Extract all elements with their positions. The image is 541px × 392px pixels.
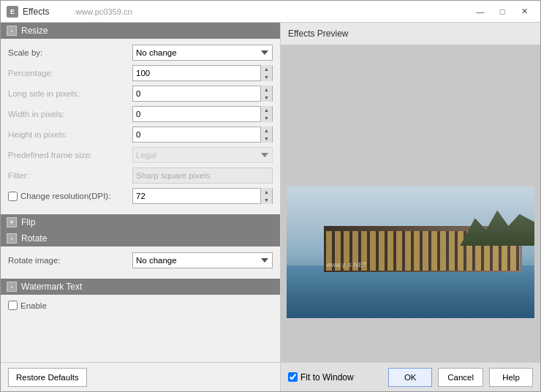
rotate-image-select[interactable]: No change [132,252,273,268]
height-spinner-buttons: ▲ ▼ [260,127,272,143]
resolution-row: Change resolution(DPI): ▲ ▼ [8,188,273,204]
percentage-control: ▲ ▼ [132,65,273,81]
resize-section-header[interactable]: - Resize [1,23,280,39]
long-side-spinner-buttons: ▲ ▼ [260,86,272,102]
filter-control: Sharp square pixels [132,167,273,184]
resolution-control: ▲ ▼ [132,188,273,204]
resolution-down-btn[interactable]: ▼ [260,196,272,204]
height-control: ▲ ▼ [132,127,273,143]
resolution-checkbox[interactable] [8,192,18,201]
fit-to-window-wrap: Fit to Window [288,372,354,382]
left-bottom-bar: Restore Defaults [1,362,280,391]
rotate-image-control: No change [132,252,273,268]
predefined-select[interactable]: Legal [132,147,273,163]
height-label: Height in pixels: [8,130,132,139]
title-bar-left: E Effects www.pc0359.cn [7,6,132,18]
fit-to-window-checkbox[interactable] [288,372,298,382]
effects-window: E Effects www.pc0359.cn — □ ✕ - Resize [0,0,541,392]
long-side-spinner: ▲ ▼ [132,86,273,102]
resize-section-label: Resize [21,26,48,36]
resolution-label: Change resolution(DPI): [20,192,110,200]
watermark-section-body: Enable [1,295,280,320]
percentage-row: Percentage: ▲ ▼ [8,65,273,81]
width-label: Width in pixels: [8,110,132,118]
preview-bottom-bar: Fit to Window OK Cancel Help [281,362,540,391]
percentage-spinner: ▲ ▼ [132,65,273,81]
long-side-input[interactable] [133,86,260,101]
percentage-spinner-buttons: ▲ ▼ [260,65,272,81]
cancel-button[interactable]: Cancel [438,368,483,387]
resolution-up-btn[interactable]: ▲ [260,188,272,196]
preview-watermark-text: www.y..s.NET [326,261,366,268]
window-controls: — □ ✕ [470,4,534,20]
water-bg [287,265,534,318]
long-side-label: Long side in pixels: [8,89,132,98]
right-panel: Effects Preview www.y..s.NET [281,23,540,391]
long-side-control: ▲ ▼ [132,86,273,102]
width-input[interactable] [133,107,260,121]
scale-by-select[interactable]: No change [132,45,273,61]
enable-watermark-row: Enable [8,301,273,310]
enable-watermark-checkbox[interactable] [8,301,18,310]
preview-image-inner: www.y..s.NET [287,186,534,318]
filter-label: Filter: [8,171,132,180]
title-bar: E Effects www.pc0359.cn — □ ✕ [1,1,540,23]
preview-image: www.y..s.NET [287,186,534,318]
rotate-image-row: Rotate image: No change [8,252,273,268]
long-side-down-btn[interactable]: ▼ [260,94,272,102]
predefined-control: Legal [132,147,273,163]
watermark-section-header[interactable]: - Watermark Text [1,279,280,295]
resolution-input[interactable] [133,189,260,203]
rotate-collapse-icon: - [7,233,17,244]
left-panel: - Resize Scale by: No change [1,23,281,391]
maximize-button[interactable]: □ [492,4,512,20]
enable-watermark-label: Enable [20,301,47,310]
height-row: Height in pixels: ▲ ▼ [8,127,273,143]
close-button[interactable]: ✕ [514,4,534,20]
height-down-btn[interactable]: ▼ [260,135,272,143]
flip-expand-icon: + [7,217,17,227]
long-side-up-btn[interactable]: ▲ [260,86,272,94]
left-scroll-area[interactable]: - Resize Scale by: No change [1,23,280,362]
resolution-spinner: ▲ ▼ [132,188,273,204]
width-spinner-buttons: ▲ ▼ [260,106,272,122]
width-down-btn[interactable]: ▼ [260,114,272,122]
long-side-row: Long side in pixels: ▲ ▼ [8,86,273,102]
percentage-up-btn[interactable]: ▲ [260,65,272,73]
restore-defaults-button[interactable]: Restore Defaults [8,368,87,387]
ok-button[interactable]: OK [388,368,432,387]
width-up-btn[interactable]: ▲ [260,106,272,114]
app-icon: E [7,6,18,18]
resize-collapse-icon: - [7,26,17,36]
minimize-button[interactable]: — [470,4,491,20]
width-spinner: ▲ ▼ [132,106,273,122]
preview-header: Effects Preview [281,23,540,45]
height-up-btn[interactable]: ▲ [260,127,272,135]
resolution-checkbox-part: Change resolution(DPI): [8,192,132,201]
main-content: - Resize Scale by: No change [1,23,540,391]
rotate-section-body: Rotate image: No change [1,246,280,279]
help-button[interactable]: Help [489,368,533,387]
flip-section-header[interactable]: + Flip [1,214,280,230]
percentage-down-btn[interactable]: ▼ [260,73,272,81]
predefined-label: Predefined frame size: [8,151,132,159]
resolution-spinner-buttons: ▲ ▼ [260,188,272,204]
rotate-section-header[interactable]: - Rotate [1,230,280,246]
preview-area: www.y..s.NET [281,45,540,362]
scale-by-control: No change [132,45,273,61]
percentage-label: Percentage: [8,69,132,78]
watermark: www.pc0359.cn [75,7,132,16]
filter-row: Filter: Sharp square pixels [8,167,273,184]
predefined-row: Predefined frame size: Legal [8,147,273,163]
scale-by-row: Scale by: No change [8,45,273,61]
percentage-input[interactable] [133,66,260,80]
filter-display: Sharp square pixels [132,167,273,184]
watermark-section-label: Watermark Text [21,282,82,292]
resize-section-body: Scale by: No change Percentage: [1,39,280,214]
height-spinner: ▲ ▼ [132,127,273,143]
rotate-image-label: Rotate image: [8,256,132,265]
rotate-section-label: Rotate [21,233,47,244]
flip-section-label: Flip [21,217,35,227]
height-input[interactable] [133,127,260,142]
window-title: Effects [23,7,49,17]
